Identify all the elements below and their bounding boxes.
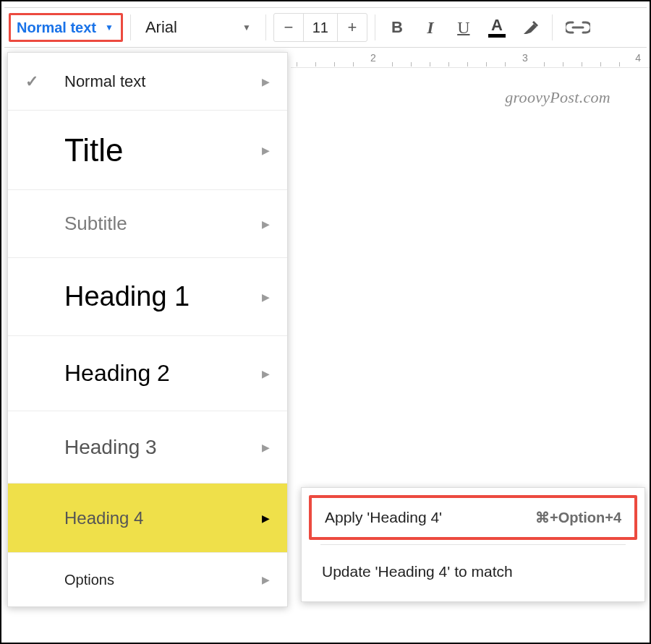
watermark-text: groovyPost.com <box>505 88 610 107</box>
style-item-label: Heading 3 <box>64 436 157 459</box>
style-item-label: Subtitle <box>64 212 127 235</box>
link-icon <box>566 20 590 35</box>
app-frame: Normal text ▼ Arial ▼ − 11 + B I U A <box>0 0 651 644</box>
font-size-increase-button[interactable]: + <box>338 14 367 41</box>
ruler-number: 4 <box>635 52 641 64</box>
font-size-decrease-button[interactable]: − <box>274 14 303 41</box>
separator <box>265 14 266 40</box>
style-item-subtitle[interactable]: Subtitle ▶ <box>8 190 287 258</box>
separator <box>320 544 626 545</box>
separator <box>130 14 131 40</box>
submenu-item-label: Apply 'Heading 4' <box>325 509 442 526</box>
style-item-heading-2[interactable]: Heading 2 ▶ <box>8 336 287 411</box>
submenu-arrow-icon: ▶ <box>262 368 270 379</box>
style-item-heading-3[interactable]: Heading 3 ▶ <box>8 411 287 484</box>
update-heading-4-item[interactable]: Update 'Heading 4' to match <box>302 546 644 597</box>
separator <box>552 14 553 40</box>
submenu-arrow-icon: ▶ <box>262 442 270 453</box>
font-family-label: Arial <box>145 18 177 37</box>
submenu-arrow-icon: ▶ <box>262 76 270 87</box>
style-item-label: Heading 2 <box>64 360 170 387</box>
style-item-label: Heading 4 <box>64 508 143 528</box>
keyboard-shortcut: ⌘+Option+4 <box>535 509 621 526</box>
italic-button[interactable]: I <box>416 13 445 42</box>
style-item-title[interactable]: Title ▶ <box>8 111 287 190</box>
highlight-color-button[interactable] <box>516 13 545 42</box>
text-color-button[interactable]: A <box>482 13 511 42</box>
style-item-label: Options <box>64 572 114 588</box>
underline-button[interactable]: U <box>449 13 478 42</box>
caret-down-icon: ▼ <box>105 22 114 33</box>
separator <box>375 14 375 40</box>
check-icon: ✓ <box>25 72 38 91</box>
submenu-item-label: Update 'Heading 4' to match <box>322 563 513 580</box>
style-item-label: Heading 1 <box>64 281 190 312</box>
bold-button[interactable]: B <box>383 13 412 42</box>
font-size-group: − 11 + <box>273 13 367 42</box>
heading-4-submenu: Apply 'Heading 4' ⌘+Option+4 Update 'Hea… <box>301 487 645 602</box>
insert-link-button[interactable] <box>560 13 596 42</box>
toolbar: Normal text ▼ Arial ▼ − 11 + B I U A <box>4 7 647 48</box>
ruler-number: 2 <box>370 52 376 64</box>
paragraph-styles-menu: ✓ Normal text ▶ Title ▶ Subtitle ▶ Headi… <box>7 52 288 607</box>
paragraph-style-dropdown[interactable]: Normal text ▼ <box>9 13 123 42</box>
ruler-number: 3 <box>522 52 528 64</box>
paragraph-style-label: Normal text <box>17 20 96 36</box>
style-item-label: Title <box>64 132 124 168</box>
style-item-normal-text[interactable]: ✓ Normal text ▶ <box>8 53 287 111</box>
submenu-arrow-icon: ▶ <box>262 218 270 230</box>
highlighter-icon <box>519 17 541 38</box>
submenu-arrow-icon: ▶ <box>262 512 270 524</box>
style-item-heading-4[interactable]: Heading 4 ▶ <box>8 484 287 553</box>
submenu-arrow-icon: ▶ <box>262 145 270 156</box>
apply-heading-4-item[interactable]: Apply 'Heading 4' ⌘+Option+4 <box>309 495 637 540</box>
font-family-dropdown[interactable]: Arial ▼ <box>138 13 258 42</box>
font-size-input[interactable]: 11 <box>303 14 338 41</box>
style-item-heading-1[interactable]: Heading 1 ▶ <box>8 258 287 336</box>
submenu-arrow-icon: ▶ <box>262 574 270 585</box>
submenu-arrow-icon: ▶ <box>262 291 270 303</box>
horizontal-ruler[interactable]: 2 3 4 <box>291 49 650 68</box>
caret-down-icon: ▼ <box>242 22 251 33</box>
style-item-options[interactable]: Options ▶ <box>8 553 287 606</box>
style-item-label: Normal text <box>64 72 145 91</box>
